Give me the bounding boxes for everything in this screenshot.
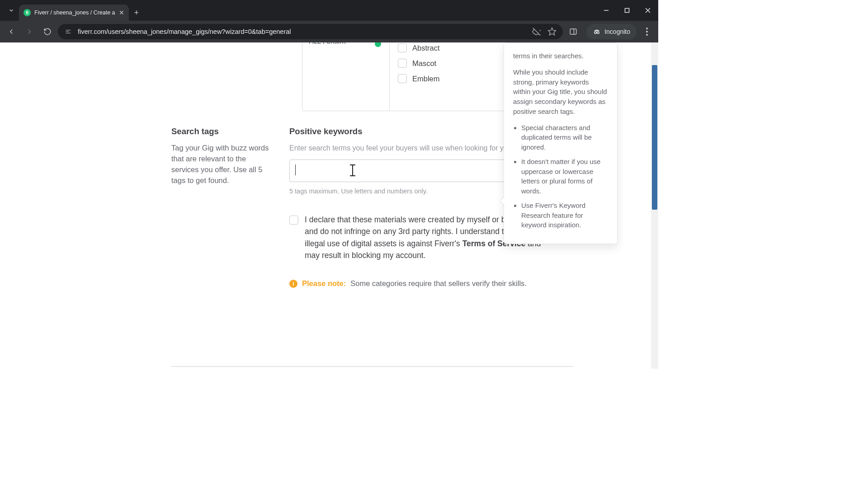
minimize-button[interactable] xyxy=(596,0,617,21)
check-circle-icon xyxy=(375,42,381,47)
declaration-checkbox[interactable] xyxy=(289,216,298,225)
close-tab-icon[interactable]: ✕ xyxy=(119,9,124,16)
incognito-chip[interactable]: Incognito xyxy=(586,24,637,39)
reload-button[interactable] xyxy=(40,24,55,39)
page-viewport: FILE FORMAT Abstract Mascot Emblem xyxy=(0,42,658,369)
browser-menu-button[interactable] xyxy=(639,24,655,39)
tooltip-bullet: Use Fiverr's Keyword Research feature fo… xyxy=(521,201,608,230)
search-tags-help: Tag your Gig with buzz words that are re… xyxy=(171,143,273,186)
maximize-button[interactable] xyxy=(617,0,637,21)
browser-tab-strip: fi Fiverr / sheena_jones / Create a ✕ + xyxy=(0,0,658,21)
scrollbar-thumb[interactable] xyxy=(652,65,657,210)
option-label: Emblem xyxy=(412,75,440,83)
file-format-column: FILE FORMAT xyxy=(302,42,389,111)
side-panel-icon[interactable] xyxy=(566,24,581,39)
text-cursor-icon xyxy=(352,165,353,175)
tab-title: Fiverr / sheena_jones / Create a xyxy=(34,9,115,16)
browser-toolbar: fiverr.com/users/sheena_jones/manage_gig… xyxy=(0,21,658,42)
tooltip-bullet: It doesn't matter if you use uppercase o… xyxy=(521,157,608,196)
tooltip-arrow-icon xyxy=(500,197,505,206)
search-tags-heading: Search tags xyxy=(171,127,273,136)
url-text: fiverr.com/users/sheena_jones/manage_gig… xyxy=(78,28,527,35)
svg-marker-8 xyxy=(548,28,556,35)
card-divider xyxy=(171,366,574,367)
text-caret-icon xyxy=(295,164,296,175)
tooltip-list: Special characters and duplicated terms … xyxy=(513,123,608,230)
option-label: Mascot xyxy=(412,59,436,68)
svg-rect-1 xyxy=(625,9,629,13)
svg-point-13 xyxy=(646,28,648,29)
tips-tooltip: terms in their searches. While you shoul… xyxy=(504,42,618,244)
info-icon: i xyxy=(289,280,297,288)
please-note-label: Please note: xyxy=(302,279,346,288)
forward-button[interactable] xyxy=(22,24,37,39)
incognito-icon xyxy=(593,28,601,36)
incognito-label: Incognito xyxy=(604,28,630,35)
checkbox-icon xyxy=(398,74,407,83)
svg-point-14 xyxy=(646,31,648,33)
eye-off-icon[interactable] xyxy=(532,27,541,36)
site-info-icon[interactable] xyxy=(64,28,72,36)
option-label: Abstract xyxy=(412,44,440,52)
svg-point-11 xyxy=(594,32,597,34)
tooltip-bullet: Special characters and duplicated terms … xyxy=(521,123,608,152)
star-icon[interactable] xyxy=(547,27,557,36)
please-note-text: Some categories require that sellers ver… xyxy=(350,279,527,288)
tab-search-dropdown[interactable] xyxy=(4,3,19,18)
back-button[interactable] xyxy=(4,24,19,39)
vertical-scrollbar[interactable] xyxy=(651,42,658,369)
new-tab-button[interactable]: + xyxy=(129,5,145,21)
svg-rect-9 xyxy=(570,29,576,34)
close-window-button[interactable] xyxy=(637,0,658,21)
file-format-label: FILE FORMAT xyxy=(309,42,347,45)
please-note-row: i Please note: Some categories require t… xyxy=(289,279,548,288)
tooltip-para: While you should include strong, primary… xyxy=(513,67,608,117)
checkbox-icon xyxy=(398,59,407,68)
checkbox-icon xyxy=(398,43,407,52)
svg-point-12 xyxy=(597,32,599,34)
tooltip-line-partial: terms in their searches. xyxy=(513,51,608,61)
fiverr-favicon-icon: fi xyxy=(24,9,31,16)
browser-tab[interactable]: fi Fiverr / sheena_jones / Create a ✕ xyxy=(19,5,129,21)
address-bar[interactable]: fiverr.com/users/sheena_jones/manage_gig… xyxy=(58,24,563,39)
svg-point-15 xyxy=(646,34,648,36)
window-controls xyxy=(596,0,658,21)
